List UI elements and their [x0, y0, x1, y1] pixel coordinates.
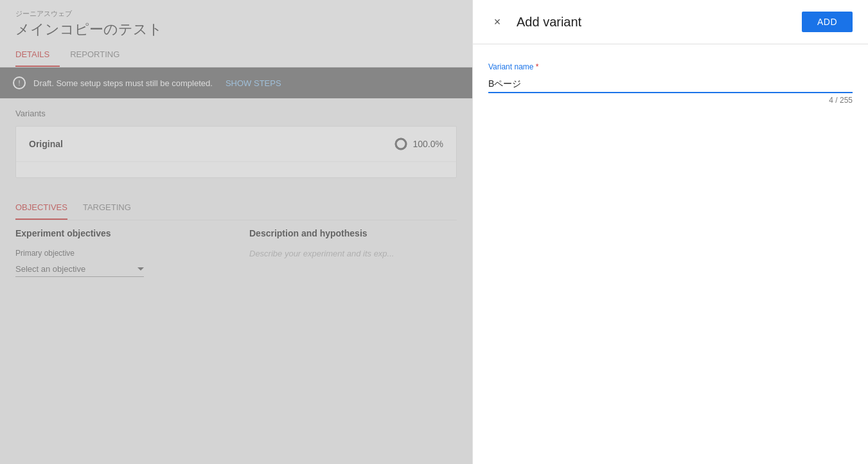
- close-button[interactable]: ×: [488, 13, 506, 31]
- add-variant-drawer: × Add variant ADD Variant name * 4 / 255: [472, 0, 868, 464]
- add-variant-button[interactable]: ADD: [802, 12, 853, 32]
- variant-name-input-wrapper: [488, 76, 853, 93]
- drawer-title: Add variant: [517, 15, 581, 30]
- variant-name-field-label: Variant name *: [488, 62, 853, 71]
- drawer-header: × Add variant ADD: [473, 0, 868, 44]
- char-count: 4 / 255: [488, 96, 853, 105]
- variant-name-label-text: Variant name: [488, 62, 533, 71]
- left-overlay: [0, 0, 472, 464]
- drawer-body: Variant name * 4 / 255: [473, 44, 868, 464]
- required-star: *: [536, 62, 539, 71]
- left-panel: ジーニアスウェブ メインコピーのテスト DETAILS REPORTING ! …: [0, 0, 472, 464]
- drawer-title-group: × Add variant: [488, 13, 581, 31]
- variant-name-input[interactable]: [488, 76, 853, 93]
